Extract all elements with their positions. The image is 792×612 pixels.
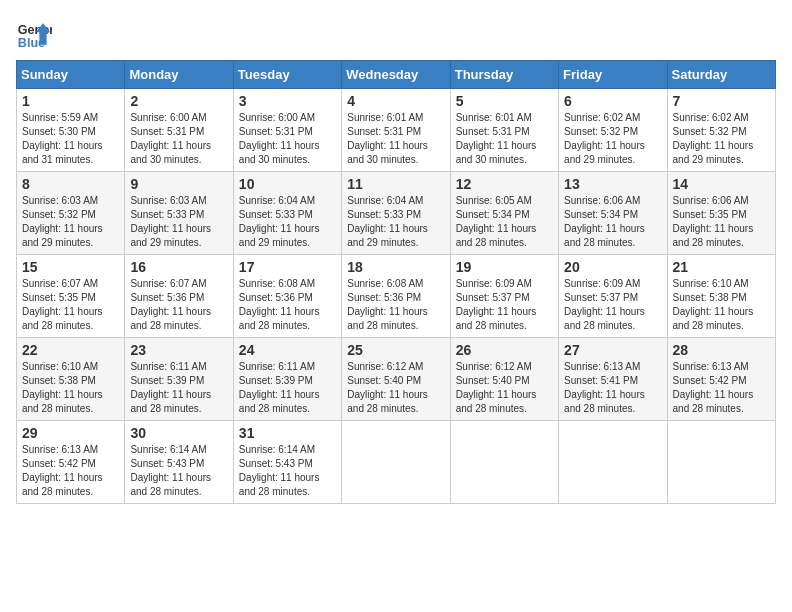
day-info: Sunrise: 6:10 AMSunset: 5:38 PMDaylight:…: [22, 361, 103, 414]
day-info: Sunrise: 6:07 AMSunset: 5:35 PMDaylight:…: [22, 278, 103, 331]
day-info: Sunrise: 6:07 AMSunset: 5:36 PMDaylight:…: [130, 278, 211, 331]
day-info: Sunrise: 6:00 AMSunset: 5:31 PMDaylight:…: [130, 112, 211, 165]
calendar-cell: [667, 421, 775, 504]
calendar-cell: 30 Sunrise: 6:14 AMSunset: 5:43 PMDaylig…: [125, 421, 233, 504]
calendar-cell: 3 Sunrise: 6:00 AMSunset: 5:31 PMDayligh…: [233, 89, 341, 172]
day-number: 3: [239, 93, 336, 109]
logo: General Blue: [16, 16, 56, 52]
day-number: 24: [239, 342, 336, 358]
calendar-cell: 29 Sunrise: 6:13 AMSunset: 5:42 PMDaylig…: [17, 421, 125, 504]
day-number: 25: [347, 342, 444, 358]
day-number: 19: [456, 259, 553, 275]
day-info: Sunrise: 6:14 AMSunset: 5:43 PMDaylight:…: [130, 444, 211, 497]
day-info: Sunrise: 6:02 AMSunset: 5:32 PMDaylight:…: [673, 112, 754, 165]
calendar-cell: 27 Sunrise: 6:13 AMSunset: 5:41 PMDaylig…: [559, 338, 667, 421]
weekday-header-cell: Friday: [559, 61, 667, 89]
calendar-body: 1 Sunrise: 5:59 AMSunset: 5:30 PMDayligh…: [17, 89, 776, 504]
day-number: 22: [22, 342, 119, 358]
day-info: Sunrise: 6:12 AMSunset: 5:40 PMDaylight:…: [347, 361, 428, 414]
day-info: Sunrise: 6:08 AMSunset: 5:36 PMDaylight:…: [239, 278, 320, 331]
calendar-cell: 23 Sunrise: 6:11 AMSunset: 5:39 PMDaylig…: [125, 338, 233, 421]
calendar-cell: 19 Sunrise: 6:09 AMSunset: 5:37 PMDaylig…: [450, 255, 558, 338]
day-info: Sunrise: 6:04 AMSunset: 5:33 PMDaylight:…: [347, 195, 428, 248]
calendar-cell: 18 Sunrise: 6:08 AMSunset: 5:36 PMDaylig…: [342, 255, 450, 338]
logo-icon: General Blue: [16, 16, 52, 52]
calendar-cell: 22 Sunrise: 6:10 AMSunset: 5:38 PMDaylig…: [17, 338, 125, 421]
calendar-row: 29 Sunrise: 6:13 AMSunset: 5:42 PMDaylig…: [17, 421, 776, 504]
day-number: 27: [564, 342, 661, 358]
day-number: 15: [22, 259, 119, 275]
day-info: Sunrise: 6:13 AMSunset: 5:41 PMDaylight:…: [564, 361, 645, 414]
calendar-cell: 2 Sunrise: 6:00 AMSunset: 5:31 PMDayligh…: [125, 89, 233, 172]
calendar-cell: 28 Sunrise: 6:13 AMSunset: 5:42 PMDaylig…: [667, 338, 775, 421]
day-info: Sunrise: 6:06 AMSunset: 5:34 PMDaylight:…: [564, 195, 645, 248]
day-info: Sunrise: 6:11 AMSunset: 5:39 PMDaylight:…: [130, 361, 211, 414]
day-info: Sunrise: 6:01 AMSunset: 5:31 PMDaylight:…: [347, 112, 428, 165]
day-info: Sunrise: 6:13 AMSunset: 5:42 PMDaylight:…: [22, 444, 103, 497]
day-number: 11: [347, 176, 444, 192]
calendar-cell: 15 Sunrise: 6:07 AMSunset: 5:35 PMDaylig…: [17, 255, 125, 338]
day-number: 23: [130, 342, 227, 358]
calendar-cell: [559, 421, 667, 504]
calendar-cell: [342, 421, 450, 504]
calendar-cell: 8 Sunrise: 6:03 AMSunset: 5:32 PMDayligh…: [17, 172, 125, 255]
page-header: General Blue: [16, 16, 776, 52]
day-number: 21: [673, 259, 770, 275]
calendar-cell: 5 Sunrise: 6:01 AMSunset: 5:31 PMDayligh…: [450, 89, 558, 172]
day-number: 9: [130, 176, 227, 192]
day-number: 4: [347, 93, 444, 109]
weekday-header-cell: Thursday: [450, 61, 558, 89]
day-info: Sunrise: 6:11 AMSunset: 5:39 PMDaylight:…: [239, 361, 320, 414]
calendar-cell: 17 Sunrise: 6:08 AMSunset: 5:36 PMDaylig…: [233, 255, 341, 338]
calendar-cell: 1 Sunrise: 5:59 AMSunset: 5:30 PMDayligh…: [17, 89, 125, 172]
day-info: Sunrise: 6:09 AMSunset: 5:37 PMDaylight:…: [456, 278, 537, 331]
day-number: 5: [456, 93, 553, 109]
day-info: Sunrise: 6:05 AMSunset: 5:34 PMDaylight:…: [456, 195, 537, 248]
day-number: 16: [130, 259, 227, 275]
calendar-cell: 10 Sunrise: 6:04 AMSunset: 5:33 PMDaylig…: [233, 172, 341, 255]
calendar-cell: 20 Sunrise: 6:09 AMSunset: 5:37 PMDaylig…: [559, 255, 667, 338]
day-info: Sunrise: 6:09 AMSunset: 5:37 PMDaylight:…: [564, 278, 645, 331]
weekday-header-row: SundayMondayTuesdayWednesdayThursdayFrid…: [17, 61, 776, 89]
day-number: 31: [239, 425, 336, 441]
day-number: 10: [239, 176, 336, 192]
day-number: 28: [673, 342, 770, 358]
day-number: 26: [456, 342, 553, 358]
calendar-row: 8 Sunrise: 6:03 AMSunset: 5:32 PMDayligh…: [17, 172, 776, 255]
day-info: Sunrise: 6:00 AMSunset: 5:31 PMDaylight:…: [239, 112, 320, 165]
calendar-cell: [450, 421, 558, 504]
day-number: 29: [22, 425, 119, 441]
day-info: Sunrise: 6:02 AMSunset: 5:32 PMDaylight:…: [564, 112, 645, 165]
day-info: Sunrise: 6:01 AMSunset: 5:31 PMDaylight:…: [456, 112, 537, 165]
weekday-header-cell: Monday: [125, 61, 233, 89]
calendar-cell: 11 Sunrise: 6:04 AMSunset: 5:33 PMDaylig…: [342, 172, 450, 255]
day-info: Sunrise: 6:03 AMSunset: 5:33 PMDaylight:…: [130, 195, 211, 248]
calendar-cell: 4 Sunrise: 6:01 AMSunset: 5:31 PMDayligh…: [342, 89, 450, 172]
day-number: 12: [456, 176, 553, 192]
day-number: 8: [22, 176, 119, 192]
calendar-cell: 31 Sunrise: 6:14 AMSunset: 5:43 PMDaylig…: [233, 421, 341, 504]
calendar-row: 1 Sunrise: 5:59 AMSunset: 5:30 PMDayligh…: [17, 89, 776, 172]
calendar-cell: 14 Sunrise: 6:06 AMSunset: 5:35 PMDaylig…: [667, 172, 775, 255]
calendar-cell: 26 Sunrise: 6:12 AMSunset: 5:40 PMDaylig…: [450, 338, 558, 421]
calendar-row: 15 Sunrise: 6:07 AMSunset: 5:35 PMDaylig…: [17, 255, 776, 338]
day-number: 18: [347, 259, 444, 275]
day-number: 6: [564, 93, 661, 109]
day-info: Sunrise: 6:14 AMSunset: 5:43 PMDaylight:…: [239, 444, 320, 497]
day-number: 1: [22, 93, 119, 109]
calendar-cell: 24 Sunrise: 6:11 AMSunset: 5:39 PMDaylig…: [233, 338, 341, 421]
day-info: Sunrise: 6:12 AMSunset: 5:40 PMDaylight:…: [456, 361, 537, 414]
calendar-cell: 12 Sunrise: 6:05 AMSunset: 5:34 PMDaylig…: [450, 172, 558, 255]
day-info: Sunrise: 6:04 AMSunset: 5:33 PMDaylight:…: [239, 195, 320, 248]
day-info: Sunrise: 6:13 AMSunset: 5:42 PMDaylight:…: [673, 361, 754, 414]
calendar-cell: 25 Sunrise: 6:12 AMSunset: 5:40 PMDaylig…: [342, 338, 450, 421]
calendar-table: SundayMondayTuesdayWednesdayThursdayFrid…: [16, 60, 776, 504]
day-info: Sunrise: 5:59 AMSunset: 5:30 PMDaylight:…: [22, 112, 103, 165]
day-number: 14: [673, 176, 770, 192]
weekday-header-cell: Tuesday: [233, 61, 341, 89]
calendar-cell: 6 Sunrise: 6:02 AMSunset: 5:32 PMDayligh…: [559, 89, 667, 172]
day-number: 2: [130, 93, 227, 109]
day-number: 13: [564, 176, 661, 192]
weekday-header-cell: Wednesday: [342, 61, 450, 89]
day-info: Sunrise: 6:10 AMSunset: 5:38 PMDaylight:…: [673, 278, 754, 331]
